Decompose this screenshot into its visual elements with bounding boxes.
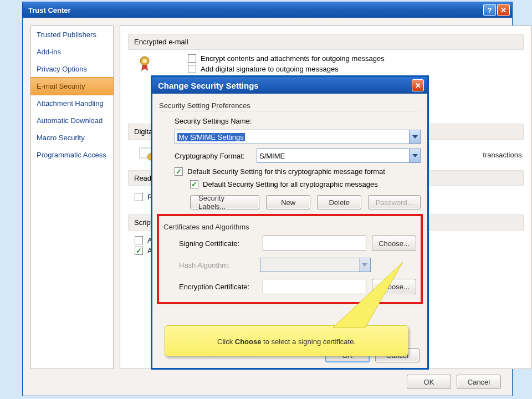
encryption-cert-field[interactable]: [263, 279, 366, 294]
chevron-down-icon[interactable]: [409, 149, 420, 162]
svg-point-1: [142, 59, 147, 63]
checkbox-script-a[interactable]: [135, 236, 143, 244]
label-sign: Add digital signature to outgoing messag…: [201, 65, 339, 73]
section-preferences: Security Setting Preferences: [159, 98, 421, 111]
close-button[interactable]: ✕: [497, 4, 510, 16]
digital-note: transactions.: [483, 151, 524, 159]
label-enc-cert: Encryption Certificate:: [179, 283, 257, 291]
password-button: Password...: [368, 195, 421, 209]
security-labels-button[interactable]: Security Labels...: [190, 195, 259, 209]
help-button[interactable]: ?: [483, 4, 496, 16]
highlighted-section: Certificates and Algorithms Signing Cert…: [157, 214, 423, 304]
main-ok-button[interactable]: OK: [407, 375, 451, 389]
signing-cert-field[interactable]: [263, 236, 366, 251]
main-footer: OK Cancel: [407, 375, 501, 389]
label-encrypt: Encrypt contents and attachments for out…: [201, 54, 385, 63]
nav-panel: Trusted PublishersAdd-insPrivacy Options…: [30, 25, 114, 369]
delete-button[interactable]: Delete: [317, 195, 361, 209]
checkbox-read[interactable]: [135, 193, 143, 201]
dialog-titlebar: Change Security Settings ✕: [152, 77, 427, 94]
checkbox-sign[interactable]: [188, 65, 196, 73]
dialog-close-button[interactable]: ✕: [412, 79, 424, 91]
settings-name-combo[interactable]: My S/MIME Settings: [175, 130, 421, 144]
nav-item-trusted-publishers[interactable]: Trusted Publishers: [31, 26, 113, 43]
nav-item-attachment-handling[interactable]: Attachment Handling: [31, 95, 113, 112]
checkbox-encrypt[interactable]: [188, 54, 196, 63]
callout: Click Choose to select a signing certifi…: [165, 325, 408, 363]
chevron-down-icon: [359, 258, 370, 272]
ribbon-icon: [137, 55, 152, 72]
nav-item-add-ins[interactable]: Add-ins: [31, 43, 113, 60]
nav-item-automatic-download[interactable]: Automatic Download: [31, 112, 113, 129]
group-encrypted-header: Encrypted e-mail: [128, 34, 524, 50]
label-crypto-format: Cryptography Format:: [175, 152, 252, 160]
callout-text: Click Choose to select a signing certifi…: [217, 336, 356, 346]
main-cancel-button[interactable]: Cancel: [457, 375, 501, 389]
section-certs: Certificates and Algorithms: [163, 219, 416, 232]
new-button[interactable]: New: [266, 195, 310, 209]
nav-item-macro-security[interactable]: Macro Security: [31, 129, 113, 146]
label-signing-cert: Signing Certificate:: [179, 239, 257, 248]
checkbox-default-format[interactable]: [175, 167, 183, 176]
choose-signing-button[interactable]: Choose...: [372, 236, 416, 251]
nav-item-e-mail-security[interactable]: E-mail Security: [30, 77, 114, 95]
choose-encryption-button[interactable]: Choose...: [372, 279, 416, 294]
change-security-dialog: Change Security Settings ✕ Security Sett…: [151, 75, 429, 370]
nav-item-programmatic-access[interactable]: Programmatic Access: [31, 146, 113, 163]
label-hash-algo: Hash Algorithm:: [179, 261, 254, 269]
crypto-format-combo[interactable]: S/MIME: [257, 149, 421, 163]
titlebar: Trust Center ? ✕: [23, 2, 512, 18]
checkbox-script-b[interactable]: [135, 247, 143, 255]
nav-item-privacy-options[interactable]: Privacy Options: [31, 60, 113, 78]
hash-algo-combo: [260, 258, 371, 272]
chevron-down-icon[interactable]: [409, 130, 420, 144]
checkbox-default-all[interactable]: [190, 180, 198, 188]
window-title: Trust Center: [25, 6, 482, 14]
dialog-title: Change Security Settings: [156, 81, 412, 90]
label-settings-name: Security Settings Name:: [175, 117, 263, 125]
